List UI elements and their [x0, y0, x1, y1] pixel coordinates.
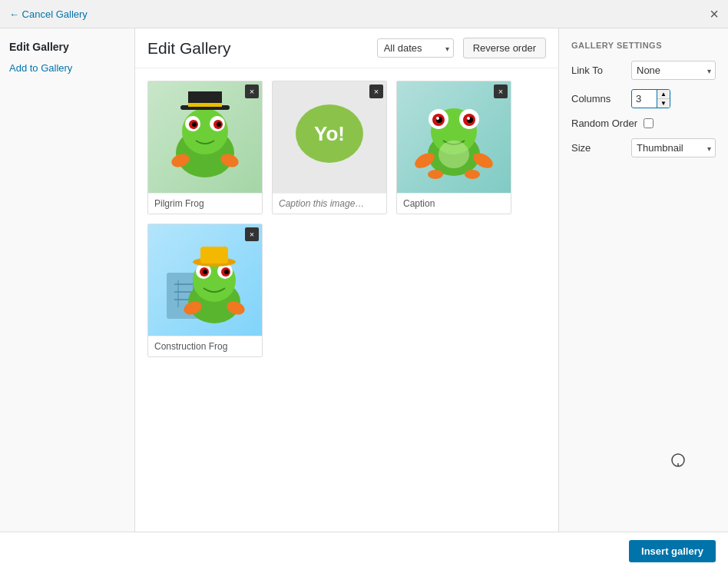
random-order-checkbox[interactable]: [644, 118, 654, 128]
sidebar-title: Edit Gallery: [9, 41, 125, 53]
yo-frog-image: Yo!: [273, 81, 386, 193]
construction-frog-svg: [159, 234, 251, 326]
svg-rect-46: [200, 247, 228, 263]
tree-frog-caption: Caption: [397, 193, 511, 214]
columns-row: Columns 3 ▲ ▼: [571, 89, 716, 108]
gallery-item-image: Yo!: [273, 81, 386, 193]
random-order-label: Random Order: [571, 118, 637, 129]
link-to-label: Link To: [571, 65, 625, 76]
gallery-item-image: [148, 224, 262, 336]
link-to-row: Link To None Media File Attachment Page …: [571, 61, 716, 80]
remove-pilgrim-button[interactable]: ×: [245, 85, 259, 98]
svg-point-29: [465, 170, 480, 179]
gallery-item: × Construction Frog: [147, 224, 263, 357]
pilgrim-frog-image: [148, 81, 262, 193]
remove-construction-button[interactable]: ×: [245, 227, 259, 241]
tree-frog-svg: [408, 91, 500, 184]
columns-decrement-button[interactable]: ▼: [657, 99, 670, 108]
remove-tree-frog-button[interactable]: ×: [494, 85, 508, 98]
main-area: Edit Gallery Add to Gallery Edit Gallery…: [0, 28, 728, 532]
gallery-item-image: [148, 81, 262, 193]
sidebar: Edit Gallery Add to Gallery: [0, 28, 135, 532]
tree-frog-image: [397, 81, 511, 193]
remove-yo-button[interactable]: ×: [369, 85, 383, 98]
pilgrim-frog-caption-text: Pilgrim Frog: [154, 198, 204, 209]
svg-point-30: [438, 141, 469, 168]
svg-point-44: [224, 270, 229, 274]
svg-point-24: [436, 117, 439, 120]
center-header: Edit Gallery All dates ▾ Reverse order: [135, 28, 558, 68]
settings-panel: GALLERY SETTINGS Link To None Media File…: [559, 28, 728, 532]
svg-point-6: [192, 122, 197, 127]
svg-point-1: [182, 108, 228, 154]
reverse-order-button[interactable]: Reverse order: [463, 38, 546, 58]
settings-panel-title: GALLERY SETTINGS: [571, 41, 716, 50]
gallery-item: × Caption: [396, 81, 511, 214]
link-to-select[interactable]: None Media File Attachment Page: [631, 61, 716, 80]
construction-frog-image: [148, 224, 262, 336]
yo-bubble-svg: Yo!: [283, 91, 376, 184]
bottom-bar: Insert gallery: [0, 532, 728, 570]
svg-text:Yo!: Yo!: [314, 122, 345, 145]
gallery-item: Yo! ×: [272, 81, 387, 214]
cursor-svg: [670, 452, 686, 468]
svg-rect-12: [188, 103, 222, 107]
columns-input[interactable]: 3: [632, 90, 657, 108]
pilgrim-frog-svg: [159, 91, 251, 184]
gallery-item-image: [397, 81, 511, 193]
gallery-item: × Pilgrim Frog: [147, 81, 263, 214]
size-row: Size Thumbnail Medium Large Full Size ▾: [571, 138, 716, 157]
yo-frog-caption-input[interactable]: [279, 198, 380, 209]
svg-point-43: [203, 270, 207, 274]
columns-label: Columns: [571, 93, 625, 104]
svg-point-7: [217, 122, 221, 127]
close-button[interactable]: ×: [710, 6, 719, 22]
center-content: Edit Gallery All dates ▾ Reverse order: [135, 28, 559, 532]
date-filter-select[interactable]: All dates: [377, 38, 454, 58]
random-order-row: Random Order: [571, 118, 716, 129]
top-bar: ← Cancel Gallery ×: [0, 0, 728, 28]
size-select[interactable]: Thumbnail Medium Large Full Size: [631, 138, 716, 157]
svg-point-28: [428, 170, 443, 179]
columns-increment-button[interactable]: ▲: [657, 90, 670, 99]
yo-frog-caption: [273, 193, 386, 214]
cursor-indicator: [670, 452, 686, 470]
cancel-gallery-link[interactable]: ← Cancel Gallery: [9, 8, 88, 20]
pilgrim-frog-caption: Pilgrim Frog: [148, 193, 262, 214]
page-title: Edit Gallery: [147, 39, 231, 58]
construction-frog-caption: Construction Frog: [148, 336, 262, 356]
gallery-grid: × Pilgrim Frog: [135, 68, 558, 532]
add-to-gallery-link[interactable]: Add to Gallery: [9, 62, 125, 74]
date-filter-wrap: All dates ▾: [377, 38, 454, 58]
size-label: Size: [571, 142, 625, 154]
tree-frog-caption-text: Caption: [403, 198, 435, 209]
construction-frog-caption-text: Construction Frog: [154, 341, 227, 352]
svg-point-25: [467, 117, 470, 120]
insert-gallery-button[interactable]: Insert gallery: [629, 540, 716, 562]
